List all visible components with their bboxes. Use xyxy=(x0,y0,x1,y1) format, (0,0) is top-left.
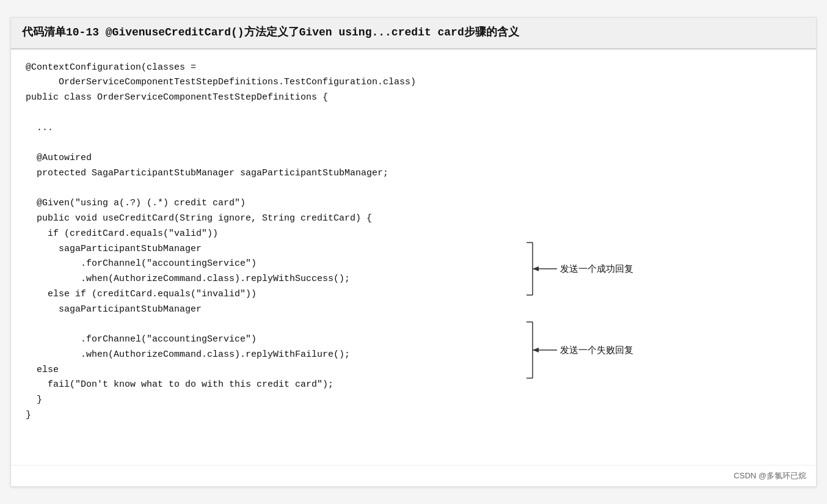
code-line-23: } xyxy=(26,395,42,405)
code-line-5: ... xyxy=(26,123,53,133)
code-container: @ContextConfiguration(classes = OrderSer… xyxy=(26,60,801,423)
code-line-7: @Autowired xyxy=(26,153,92,163)
code-line-2: OrderServiceComponentTestStepDefinitions… xyxy=(26,77,416,87)
code-line-13: sagaParticipantStubManager xyxy=(26,244,202,254)
code-line-21: else xyxy=(26,365,59,375)
code-line-20: .when(AuthorizeCommand.class).replyWithF… xyxy=(26,349,350,360)
footer-text: CSDN @多氯环已烷 xyxy=(734,470,806,481)
code-line-14: .forChannel("accountingService") xyxy=(26,258,257,269)
code-line-12: if (creditCard.equals("valid")) xyxy=(26,228,218,239)
code-line-3: public class OrderServiceComponentTestSt… xyxy=(26,92,328,103)
code-line-10: @Given("using a(.?) (.*) credit card") xyxy=(26,198,246,208)
header-title: 代码清单10-13 @GivenuseCreditCard()方法定义了Give… xyxy=(22,26,519,38)
code-line-15: .when(AuthorizeCommand.class).replyWithS… xyxy=(26,274,350,284)
code-line-8: protected SagaParticipantStubManager sag… xyxy=(26,168,388,178)
card-header: 代码清单10-13 @GivenuseCreditCard()方法定义了Give… xyxy=(11,18,816,49)
code-line-16: else if (creditCard.equals("invalid")) xyxy=(26,289,257,299)
code-line-22: fail("Don't know what to do with this cr… xyxy=(26,379,333,390)
code-line-24: } xyxy=(26,410,31,420)
card-body: @ContextConfiguration(classes = OrderSer… xyxy=(11,49,816,465)
code-line-1: @ContextConfiguration(classes = xyxy=(26,62,196,73)
code-line-17: sagaParticipantStubManager xyxy=(26,304,202,315)
code-line-11: public void useCreditCard(String ignore,… xyxy=(26,213,372,224)
code-line-19: .forChannel("accountingService") xyxy=(26,334,257,345)
main-card: 代码清单10-13 @GivenuseCreditCard()方法定义了Give… xyxy=(10,17,817,486)
code-block: @ContextConfiguration(classes = OrderSer… xyxy=(26,60,801,423)
card-footer: CSDN @多氯环已烷 xyxy=(11,465,816,486)
